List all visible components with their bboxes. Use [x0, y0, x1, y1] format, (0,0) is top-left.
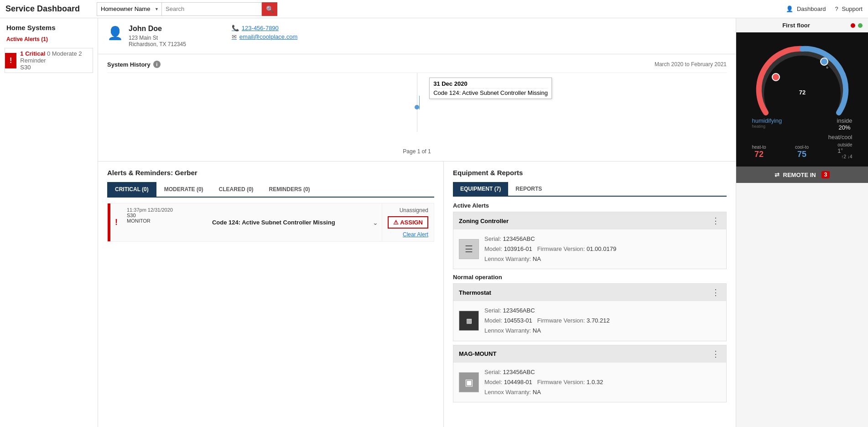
alerts-title: Alerts & Reminders: Gerber: [107, 169, 434, 177]
status-dots: [851, 23, 863, 28]
more-options-button-zoning[interactable]: ⋮: [712, 216, 721, 226]
equipment-card-header-mag: MAG-MOUNT ⋮: [453, 345, 726, 363]
phone-icon: 📞: [232, 25, 239, 31]
active-alerts-header: Active Alerts: [453, 202, 727, 209]
alerts-tabs: CRITICAL (0) MODERATE (0) CLEARED (0) RE…: [107, 182, 434, 198]
info-icon[interactable]: i: [153, 61, 161, 68]
heat-to-group: heat-to 72: [752, 145, 766, 159]
alert-card-body: 1 Critical 0 Moderate 2 Reminder S30: [16, 48, 93, 73]
user-info-section: 👤 John Doe 123 Main St Richardson, TX 71…: [98, 18, 736, 54]
tab-moderate[interactable]: MODERATE (0): [156, 182, 211, 197]
alert-actions: Unassigned ⚠ ASSIGN Clear Alert: [382, 203, 434, 241]
user-email[interactable]: ✉ email@coolplace.com: [232, 33, 297, 40]
outside-temp: 1 °: [837, 147, 852, 154]
svg-text:°: °: [826, 65, 828, 72]
tab-cleared[interactable]: CLEARED (0): [211, 182, 261, 197]
mag-mount-details: Serial: 123456ABC Model: 104498-01 Firmw…: [484, 367, 603, 397]
alert-message-area: Code 124: Active Subnet Controller Missi…: [208, 203, 369, 241]
chart-dot: [415, 105, 419, 109]
equipment-title: Equipment & Reports: [453, 169, 727, 177]
heating-label: heating: [752, 124, 782, 129]
bottom-section: Alerts & Reminders: Gerber CRITICAL (0) …: [98, 161, 736, 427]
remote-count-badge: 3: [821, 171, 830, 178]
page-indicator: Page 1 of 1: [107, 148, 727, 155]
status-dot-green: [858, 23, 863, 28]
dashboard-link[interactable]: 👤 Dashboard: [786, 5, 826, 12]
homeowner-select[interactable]: Homeowner Name: [97, 2, 161, 16]
cool-to-value: 75: [795, 150, 809, 159]
sidebar-sub-header: Active Alerts (1): [0, 34, 98, 46]
outside-arrows: ↑2 ↓4: [837, 154, 852, 159]
tab-equipment[interactable]: EQUIPMENT (7): [453, 182, 508, 196]
thermostat-details: Serial: 123456ABC Model: 104553-01 Firmw…: [484, 306, 610, 336]
heat-to-value: 72: [752, 150, 766, 159]
alert-device-name: S30: [127, 213, 203, 218]
navbar-right: 👤 Dashboard ? Support: [786, 5, 863, 12]
thermostat-icon: ▩: [459, 311, 479, 331]
chart-connector: [419, 96, 420, 109]
remote-in-button[interactable]: ⇄ REMOTE IN 3: [736, 167, 868, 183]
alert-counts: 1 Critical 0 Moderate 2 Reminder: [20, 50, 89, 64]
assign-icon: ⚠: [393, 219, 399, 226]
main-layout: Home Systems Active Alerts (1) ! 1 Criti…: [0, 18, 868, 427]
support-icon: ?: [835, 5, 838, 12]
thermo-mode-row: heat/cool: [752, 134, 852, 141]
alert-status: Unassigned: [400, 207, 428, 214]
equipment-card-header-zoning: Zoning Controller ⋮: [453, 212, 726, 229]
tab-reminders[interactable]: REMINDERS (0): [261, 182, 318, 197]
user-address-line2: Richardson, TX 712345: [129, 41, 186, 47]
user-details: John Doe 123 Main St Richardson, TX 7123…: [129, 25, 186, 47]
alert-icon: !: [5, 53, 16, 68]
humidity-label: humidifying heating: [752, 117, 782, 131]
equipment-thermostat: Thermostat ⋮ ▩ Serial: 123456ABC Model: …: [453, 283, 727, 341]
cool-to-group: cool-to 75: [795, 145, 809, 159]
alerts-section: Alerts & Reminders: Gerber CRITICAL (0) …: [98, 161, 444, 427]
more-options-button-thermostat[interactable]: ⋮: [712, 287, 721, 297]
tab-critical[interactable]: CRITICAL (0): [107, 182, 156, 197]
system-history-title: System History i: [107, 61, 161, 68]
user-info-left: 👤 John Doe 123 Main St Richardson, TX 71…: [107, 25, 186, 47]
user-avatar-icon: 👤: [107, 26, 123, 41]
user-name: John Doe: [129, 25, 186, 33]
user-address-line1: 123 Main St: [129, 35, 186, 41]
equipment-section: Equipment & Reports EQUIPMENT (7) REPORT…: [444, 161, 736, 427]
search-group: Homeowner Name 🔍: [97, 2, 277, 16]
alert-device: S30: [20, 64, 89, 71]
thermostat-arc-svg: 72 °: [752, 40, 852, 126]
chevron-down-icon[interactable]: ⌄: [369, 203, 382, 241]
support-link[interactable]: ? Support: [835, 5, 863, 12]
system-history-section: System History i March 2020 to February …: [98, 54, 736, 161]
clear-alert-button[interactable]: Clear Alert: [403, 231, 428, 238]
tab-reports[interactable]: REPORTS: [508, 182, 549, 196]
mag-mount-icon: ▣: [459, 372, 479, 392]
user-phone[interactable]: 📞 123-456-7890: [232, 25, 297, 31]
alert-list-item: ! 11:37pm 12/31/2020 S30 MONITOR Code 12…: [107, 203, 434, 242]
equipment-card-header-thermostat: Thermostat ⋮: [453, 284, 726, 301]
equipment-card-body-mag: ▣ Serial: 123456ABC Model: 104498-01 Fir…: [453, 363, 726, 402]
sidebar-alert-card[interactable]: ! 1 Critical 0 Moderate 2 Reminder S30: [5, 48, 93, 73]
inside-pct: 20%: [837, 124, 852, 131]
content-area: 👤 John Doe 123 Main St Richardson, TX 71…: [98, 18, 736, 427]
equipment-tabs: EQUIPMENT (7) REPORTS: [453, 182, 727, 197]
user-contact: 📞 123-456-7890 ✉ email@coolplace.com: [232, 25, 297, 42]
svg-point-1: [821, 58, 828, 65]
alert-time: 11:37pm 12/31/2020: [127, 207, 203, 213]
heat-to-label: heat-to: [752, 145, 766, 150]
homeowner-select-wrapper[interactable]: Homeowner Name: [97, 2, 161, 16]
more-options-button-mag[interactable]: ⋮: [712, 349, 721, 359]
assign-button[interactable]: ⚠ ASSIGN: [388, 216, 428, 229]
system-history-header: System History i March 2020 to February …: [107, 61, 727, 68]
cool-to-label: cool-to: [795, 145, 809, 150]
system-history-date: March 2020 to February 2021: [655, 61, 727, 68]
dashboard-icon: 👤: [786, 5, 793, 12]
search-button[interactable]: 🔍: [262, 2, 277, 16]
alert-message: Code 124: Active Subnet Controller Missi…: [212, 219, 335, 226]
chart-vertical-line: [417, 73, 417, 132]
svg-text:72: 72: [799, 89, 805, 96]
svg-point-0: [772, 73, 780, 81]
system-history-chart: 31 Dec 2020 Code 124: Active Subnet Cont…: [107, 73, 727, 146]
sidebar: Home Systems Active Alerts (1) ! 1 Criti…: [0, 18, 98, 427]
search-input[interactable]: [161, 2, 262, 16]
thermostat-card: 72 ° humidifying heating inside 20% hea: [736, 32, 868, 167]
email-icon: ✉: [232, 33, 237, 40]
